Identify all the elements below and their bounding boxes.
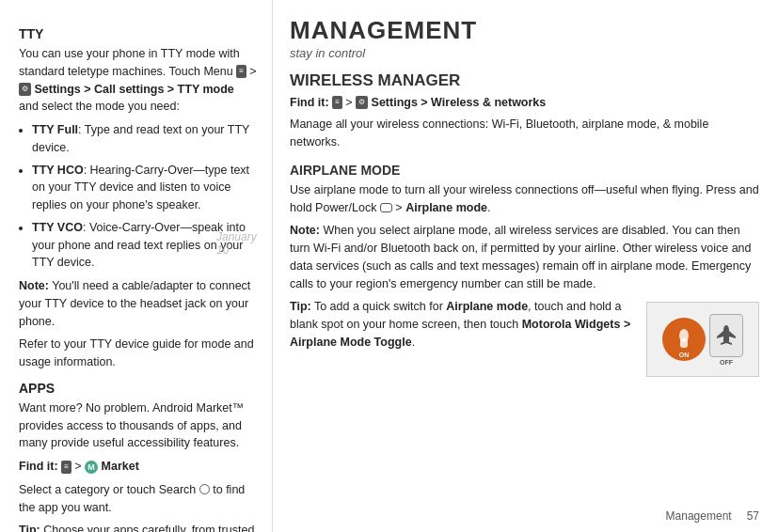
airplane-icon-box — [709, 314, 743, 357]
date-watermark: January 10 — [216, 230, 272, 257]
footer-page-number: 57 — [747, 509, 759, 523]
search-icon-inline — [199, 484, 210, 494]
airplane-illustration-area: ON OFF — [646, 302, 759, 377]
apps-tip: Tip: Choose your apps carefully, from tr… — [19, 522, 257, 532]
airplane-svg — [714, 323, 738, 348]
tip-with-image: ON OFF — [290, 298, 759, 381]
management-title: MANAGEMENT — [290, 17, 759, 44]
menu-icon-apps: ≡ — [61, 461, 71, 474]
settings-icon-left: ⚙ — [19, 83, 31, 96]
management-subtitle: stay in control — [290, 46, 759, 60]
tty-note1: Note: You'll need a cable/adapter to con… — [19, 277, 257, 330]
page-footer: Management 57 — [666, 509, 759, 523]
off-label-text: OFF — [720, 359, 733, 366]
wireless-manager-section: WIRELESS MANAGER Find it: ≡ > ⚙ Settings… — [290, 71, 759, 151]
apps-title: APPS — [19, 381, 257, 396]
tty-intro: You can use your phone in TTY mode with … — [19, 45, 257, 116]
on-circle: ON — [662, 318, 706, 361]
wireless-manager-title: WIRELESS MANAGER — [290, 71, 759, 90]
right-column: MANAGEMENT stay in control WIRELESS MANA… — [273, 0, 778, 532]
settings-icon-wireless: ⚙ — [356, 96, 368, 109]
menu-icon: ≡ — [236, 65, 246, 78]
footer-section: Management — [666, 509, 732, 523]
airplane-note: Note: When you select airplane mode, all… — [290, 222, 759, 292]
tty-full-item: TTY Full: Type and read text on your TTY… — [32, 121, 257, 157]
tty-title: TTY — [19, 26, 257, 41]
menu-icon-wireless: ≡ — [332, 96, 342, 109]
wireless-find-it: Find it: ≡ > ⚙ Settings > Wireless & net… — [290, 94, 759, 112]
airplane-intro: Use airplane mode to turn all your wirel… — [290, 181, 759, 217]
management-header: MANAGEMENT stay in control — [290, 17, 759, 60]
left-column: TTY You can use your phone in TTY mode w… — [0, 0, 273, 532]
on-circle-group: ON — [662, 318, 706, 361]
apps-intro: Want more? No problem. Android Market™ p… — [19, 399, 257, 452]
apps-find-it: Find it: ≡ > M Market — [19, 458, 257, 476]
svg-rect-1 — [680, 338, 688, 348]
apps-select-text: Select a category or touch Search to fin… — [19, 481, 257, 517]
airplane-mode-section: AIRPLANE MODE Use airplane mode to turn … — [290, 163, 759, 382]
airplane-img-box: ON OFF — [646, 302, 759, 377]
tty-section: TTY You can use your phone in TTY mode w… — [19, 26, 257, 371]
tty-settings-path: Settings > Call settings > TTY mode — [34, 83, 233, 96]
tty-hco-item: TTY HCO: Hearing-Carry-Over—type text on… — [32, 162, 257, 214]
market-icon: M — [85, 461, 98, 474]
tty-note2: Refer to your TTY device guide for mode … — [19, 336, 257, 371]
touch-icon — [674, 329, 694, 350]
on-label: ON — [679, 352, 690, 358]
airplane-mode-title: AIRPLANE MODE — [290, 163, 759, 178]
airplane-icon-group: OFF — [709, 314, 743, 366]
apps-section: APPS Want more? No problem. Android Mark… — [19, 381, 257, 532]
footer-content: Management 57 — [666, 509, 759, 523]
wireless-settings-path: Settings > Wireless & networks — [372, 96, 547, 109]
wireless-desc: Manage all your wireless connections: Wi… — [290, 116, 759, 151]
airplane-illustration: ON OFF — [662, 314, 743, 366]
powerlock-icon — [380, 203, 392, 212]
